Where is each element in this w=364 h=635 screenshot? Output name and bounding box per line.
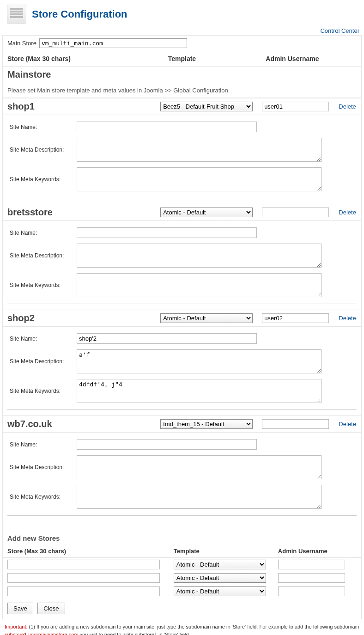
admin-input[interactable] [262, 102, 329, 111]
add-col-template: Template [169, 545, 273, 558]
store-name: wb7.co.uk [3, 416, 156, 433]
add-row: Beez5 - Default-Fruit ShopAtomic - Defau… [3, 558, 361, 572]
col-store: Store (Max 30 chars) [3, 51, 164, 67]
meta-desc-label: Site Meta Description: [7, 358, 77, 365]
site-name-label: Site Name: [7, 441, 77, 448]
meta-keywords-label: Site Meta Keywords: [7, 494, 77, 500]
button-row: Save Close [3, 598, 361, 619]
meta-desc-label: Site Meta Description: [7, 147, 77, 153]
store-block: shop2 Beez5 - Default-Fruit ShopAtomic -… [3, 310, 361, 327]
footnote: Important: (1) If you are adding a new s… [0, 619, 364, 635]
main-store-label: Main Store [7, 40, 36, 47]
store-details: Site Name: Site Meta Description: Site M… [7, 221, 357, 304]
add-admin-input[interactable] [278, 560, 345, 569]
store-details: Site Name: Site Meta Description: Site M… [7, 115, 357, 198]
main-container: Main Store Store (Max 30 chars) Template… [2, 35, 362, 619]
add-stores-table: Store (Max 30 chars) Template Admin User… [3, 545, 361, 598]
site-name-label: Site Name: [7, 124, 77, 130]
admin-input[interactable] [262, 419, 329, 429]
delete-link[interactable]: Delete [339, 421, 356, 427]
meta-keywords-label: Site Meta Keywords: [7, 388, 77, 394]
meta-keywords-input[interactable] [77, 273, 322, 297]
delete-link[interactable]: Delete [339, 209, 356, 216]
meta-desc-input[interactable] [77, 455, 322, 479]
store-block: shop1 Beez5 - Default-Fruit ShopAtomic -… [3, 98, 361, 115]
admin-input[interactable] [262, 208, 329, 217]
meta-desc-input[interactable] [77, 138, 322, 162]
main-store-row: Main Store [3, 36, 361, 51]
site-name-input[interactable] [77, 439, 257, 450]
topbar: Control Center [0, 26, 364, 35]
delete-link[interactable]: Delete [339, 315, 356, 322]
template-select[interactable]: Beez5 - Default-Fruit ShopAtomic - Defau… [160, 102, 253, 111]
meta-desc-input[interactable] [77, 244, 322, 268]
store-name: bretsstore [3, 204, 156, 221]
template-select[interactable]: Beez5 - Default-Fruit ShopAtomic - Defau… [160, 313, 253, 323]
mainstore-info: Please set Main store template and meta … [3, 83, 361, 98]
add-template-select[interactable]: Beez5 - Default-Fruit ShopAtomic - Defau… [174, 586, 266, 596]
add-stores-header: Add new Stores [3, 530, 361, 545]
store-details: Site Name: Site Meta Description: a'f Si… [7, 327, 357, 410]
add-store-input[interactable] [7, 560, 160, 569]
col-template: Template [164, 51, 261, 67]
store-block: bretsstore Beez5 - Default-Fruit ShopAto… [3, 204, 361, 221]
meta-keywords-label: Site Meta Keywords: [7, 282, 77, 288]
col-actions [334, 51, 361, 67]
add-row: Beez5 - Default-Fruit ShopAtomic - Defau… [3, 585, 361, 598]
add-row: Beez5 - Default-Fruit ShopAtomic - Defau… [3, 571, 361, 585]
main-store-input[interactable] [39, 38, 187, 48]
meta-keywords-label: Site Meta Keywords: [7, 176, 77, 183]
add-col-store: Store (Max 30 chars) [3, 545, 169, 558]
page-title: Store Configuration [32, 8, 127, 20]
add-col-admin: Admin Username [273, 545, 352, 558]
footnote-important: Important: [5, 624, 28, 629]
mainstore-name: Mainstore [3, 67, 164, 83]
delete-link[interactable]: Delete [339, 103, 356, 110]
store-name: shop2 [3, 310, 156, 327]
site-name-input[interactable] [77, 227, 257, 238]
site-name-label: Site Name: [7, 336, 77, 342]
meta-keywords-input[interactable] [77, 485, 322, 509]
meta-desc-input[interactable]: a'f [77, 349, 322, 373]
mainstore-row: Mainstore [3, 67, 361, 83]
add-store-input[interactable] [7, 573, 160, 583]
add-template-select[interactable]: Beez5 - Default-Fruit ShopAtomic - Defau… [174, 573, 266, 583]
site-name-input[interactable] [77, 333, 257, 344]
meta-keywords-input[interactable]: 4dfdf'4, j"4 [77, 379, 322, 403]
page-header: Store Configuration [0, 0, 364, 26]
template-select[interactable]: Beez5 - Default-Fruit ShopAtomic - Defau… [160, 419, 253, 429]
stores-table: Store (Max 30 chars) Template Admin User… [3, 51, 361, 98]
store-name: shop1 [3, 98, 156, 115]
store-block: wb7.co.uk Beez5 - Default-Fruit ShopAtom… [3, 415, 361, 433]
meta-desc-label: Site Meta Description: [7, 464, 77, 470]
add-admin-input[interactable] [278, 573, 345, 583]
admin-input[interactable] [262, 313, 329, 323]
add-admin-input[interactable] [278, 586, 345, 596]
close-button[interactable]: Close [37, 603, 65, 614]
col-admin: Admin Username [261, 51, 333, 67]
site-name-label: Site Name: [7, 230, 77, 236]
store-details: Site Name: Site Meta Description: Site M… [7, 433, 357, 516]
save-button[interactable]: Save [7, 603, 33, 614]
add-store-input[interactable] [7, 586, 160, 596]
meta-desc-label: Site Meta Description: [7, 252, 77, 259]
meta-keywords-input[interactable] [77, 167, 322, 191]
config-icon [7, 5, 26, 24]
control-center-link[interactable]: Control Center [320, 27, 359, 34]
mainstore-info-row: Please set Main store template and meta … [3, 83, 361, 98]
site-name-input[interactable] [77, 122, 257, 132]
add-template-select[interactable]: Beez5 - Default-Fruit ShopAtomic - Defau… [174, 560, 266, 569]
template-select[interactable]: Beez5 - Default-Fruit ShopAtomic - Defau… [160, 208, 253, 217]
